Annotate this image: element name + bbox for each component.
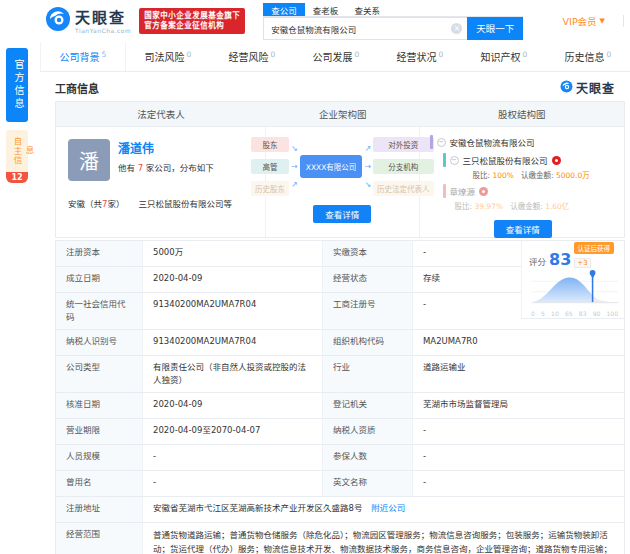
equity-root-bar: [430, 135, 433, 149]
tab-company-development[interactable]: 公司发展0: [294, 42, 378, 71]
business-info-panel: 法定代表人 企业架构图 股权结构图 潘 潘道伟 他有 7 家公司，分布如下: [55, 101, 625, 238]
equity-root-company[interactable]: 安徽仓鼠物流有限公司: [450, 136, 535, 148]
tab-judicial-risk[interactable]: 司法风险0: [126, 42, 210, 71]
nearby-companies-link[interactable]: 附近公司: [371, 503, 405, 513]
node-shareholders[interactable]: 股东: [251, 137, 289, 152]
architecture-detail-button[interactable]: 查看详情: [313, 205, 371, 223]
score-value: 83: [549, 253, 571, 267]
business-scope-text: 普通货物道路运输；普通货物仓储服务（除危化品）；物流园区管理服务；物流信息咨询服…: [143, 523, 624, 554]
shareholder-company[interactable]: 三只松鼠股份有限公司: [463, 154, 548, 166]
table-row: 公司类型 有限责任公司（非自然人投资或控股的法人独资） 行业 道路运输业: [56, 356, 624, 393]
company-count: 7: [138, 163, 143, 173]
search-button[interactable]: 天眼一下: [467, 17, 523, 40]
enterprise-structure-header: 企业架构图: [266, 102, 419, 126]
company-nav-tabs: 公司背景5 司法风险0 经营风险0 公司发展0 经营状况0 知识产权0 历史信息…: [40, 42, 630, 72]
self-info-count-badge: 12: [6, 172, 28, 183]
arrow-icon: ↗: [364, 144, 371, 153]
side-tab-self-info[interactable]: 自主信息: [6, 130, 28, 172]
equity-child-bar: [443, 184, 446, 198]
score-distribution-chart: [529, 268, 620, 310]
collapse-icon[interactable]: −: [450, 156, 459, 165]
search-input[interactable]: [264, 18, 467, 39]
tianyancha-logo[interactable]: 天眼查 TianYanCha.com: [45, 6, 131, 36]
certify-badge: 认证后获得: [574, 242, 615, 254]
search-tab-relation[interactable]: 查关系: [346, 3, 388, 16]
registered-address: 安徽省芜湖市弋江区芜湖高新技术产业开发区久盛路8号: [153, 503, 362, 513]
legal-rep-desc: 他有 7 家公司，分布如下: [118, 161, 214, 173]
main-content: 公司背景5 司法风险0 经营风险0 公司发展0 经营状况0 知识产权0 历史信息…: [40, 42, 630, 554]
arrow-icon: →: [364, 162, 371, 171]
shareholding-detail: 股比: 100% 认缴金额: 5000.0万: [473, 169, 616, 180]
side-tab-official-info[interactable]: 官方信息: [6, 48, 28, 122]
header-divider: [623, 15, 624, 27]
arrow-icon: →: [291, 162, 298, 171]
business-scope-row: 经营范围 普通货物道路运输；普通货物仓储服务（除危化品）；物流园区管理服务；物流…: [56, 523, 624, 554]
search-area: 查公司 查老板 查关系 × 天眼一下: [263, 3, 523, 40]
avatar[interactable]: 潘: [68, 139, 110, 181]
equity-detail-button[interactable]: 查看详情: [494, 220, 552, 238]
enterprise-structure-diagram: 股东 高管 历史股东 ↘ → ↗ XXXX有限公司 ↗ →: [266, 127, 419, 237]
legal-representative-card: 潘 潘道伟 他有 7 家公司，分布如下 安徽（共7家） 三只松鼠股份有限: [56, 127, 266, 237]
search-tab-company[interactable]: 查公司: [263, 3, 305, 16]
official-certification-badge: 国家中小企业发展基金旗下 官方备案企业征信机构: [139, 8, 245, 34]
shareholder-person[interactable]: 章燎源: [450, 185, 476, 197]
score-axis-ticks: 0510658390100: [529, 310, 620, 317]
arrow-icon: ↗: [291, 180, 298, 189]
company-logo-icon: [552, 156, 561, 165]
page: 天眼查 TianYanCha.com 国家中小企业发展基金旗下 官方备案企业征信…: [0, 0, 630, 554]
search-tab-boss[interactable]: 查老板: [305, 3, 347, 16]
table-row: 核准日期 2020-04-09 登记机关 芜湖市市场监督管理局: [56, 393, 624, 419]
tianyancha-watermark-icon: [560, 78, 573, 97]
floating-side-tabs: 官方信息 自主信息 12: [6, 48, 28, 183]
tianyancha-logo-icon: [45, 6, 71, 36]
table-row: 纳税人识别号 91340200MA2UMA7R04 组织机构代码 MA2UMA7…: [56, 330, 624, 356]
equity-structure-header: 股权结构图: [420, 102, 624, 126]
equity-structure-diagram: − 安徽仓鼠物流有限公司 − 三只松鼠股份有限公司 股比: 100%: [420, 127, 624, 237]
legal-rep-name-link[interactable]: 潘道伟: [118, 139, 214, 156]
registration-info-table: 注册资本 5000万 实缴资本 - 成立日期 2020-04-09 经营状态 存…: [55, 240, 625, 554]
tab-operating-risk[interactable]: 经营风险0: [210, 42, 294, 71]
related-company[interactable]: 三只松鼠股份有限公司等: [138, 197, 232, 209]
arrow-icon: ↘: [364, 180, 371, 189]
vip-member-link[interactable]: VIP会员 ▼: [563, 14, 605, 28]
brand-name: 天眼查: [75, 9, 126, 27]
chevron-down-icon: ▼: [600, 17, 605, 25]
score-delta: +3: [574, 258, 590, 268]
shareholding-detail: 股比: 39.97% 认缴金额: 1.60亿: [455, 200, 616, 211]
equity-child-bar: [443, 153, 446, 167]
tab-company-background[interactable]: 公司背景5: [40, 42, 126, 71]
tab-history-info[interactable]: 历史信息0: [546, 42, 630, 71]
tianyancha-watermark: 天眼查: [560, 78, 615, 97]
company-score-card[interactable]: 认证后获得 评分 83 +3: [521, 241, 624, 319]
tab-intellectual-property[interactable]: 知识产权0: [462, 42, 546, 71]
collapse-icon[interactable]: −: [437, 138, 446, 147]
table-row: 人员规模 - 参保人数 -: [56, 445, 624, 471]
region-stat[interactable]: 安徽（共7家）: [68, 197, 124, 209]
address-row: 注册地址 安徽省芜湖市弋江区芜湖高新技术产业开发区久盛路8号 附近公司: [56, 497, 624, 523]
tab-operating-status[interactable]: 经营状况0: [378, 42, 462, 71]
table-row: 营业期限 2020-04-09至2070-04-07 纳税人资质 -: [56, 419, 624, 445]
brand-domain: TianYanCha.com: [75, 27, 131, 34]
arrow-icon: ↘: [291, 144, 298, 153]
node-historical-shareholders[interactable]: 历史股东: [251, 181, 289, 196]
section-title: 工商信息: [55, 80, 99, 96]
clear-icon[interactable]: ×: [451, 23, 462, 34]
node-executives[interactable]: 高管: [251, 159, 289, 174]
company-logo-icon: [479, 187, 488, 196]
legal-representative-header: 法定代表人: [56, 102, 266, 126]
center-company-node[interactable]: XXXX有限公司: [300, 155, 363, 178]
top-bar: 天眼查 TianYanCha.com 国家中小企业发展基金旗下 官方备案企业征信…: [0, 0, 630, 42]
table-row: 曾用名 - 英文名称 -: [56, 471, 624, 497]
